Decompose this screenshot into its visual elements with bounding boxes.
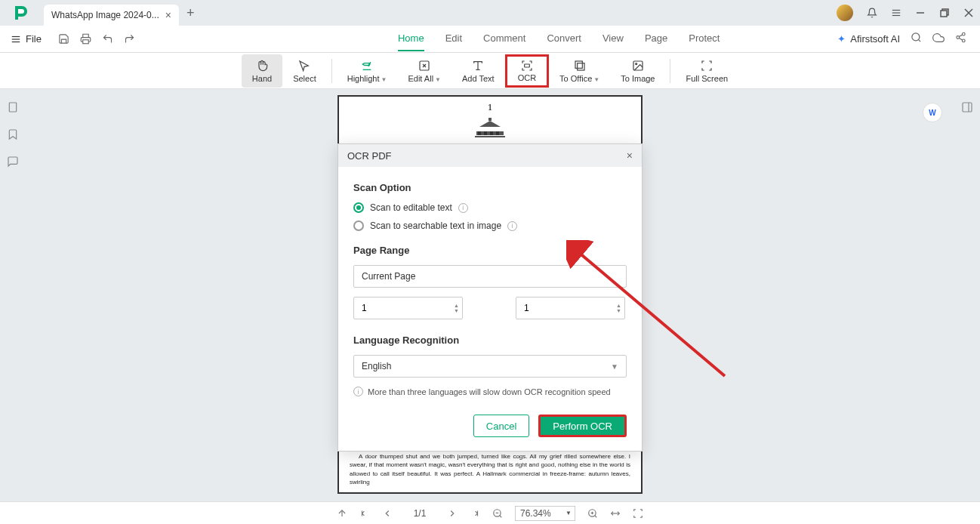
info-icon[interactable]: i xyxy=(458,203,468,213)
first-page-icon[interactable] xyxy=(359,508,370,519)
scan-option-title: Scan Option xyxy=(353,182,627,193)
tab-comment[interactable]: Comment xyxy=(483,26,525,51)
svg-rect-24 xyxy=(577,63,584,69)
search-icon[interactable] xyxy=(911,32,922,46)
zoom-in-icon[interactable] xyxy=(587,508,598,519)
file-label: File xyxy=(26,33,42,45)
page-to-input[interactable]: 1 ▲▼ xyxy=(516,297,625,319)
tab-convert[interactable]: Convert xyxy=(547,26,581,51)
page-range-select[interactable]: Current Page xyxy=(353,265,627,288)
info-icon: i xyxy=(353,387,363,396)
page-indicator: 1/1 xyxy=(405,508,435,519)
radio-icon xyxy=(353,220,364,231)
ocr-icon xyxy=(521,60,533,72)
file-menu[interactable]: File xyxy=(0,33,52,45)
to-office-tool[interactable]: To Office▼ xyxy=(549,54,610,88)
prev-page-icon[interactable] xyxy=(382,508,393,519)
thumbnails-icon[interactable] xyxy=(7,101,19,116)
highlight-label: Highlight▼ xyxy=(347,74,387,83)
svg-point-14 xyxy=(957,36,960,39)
tab-edit[interactable]: Edit xyxy=(445,26,462,51)
page-from-value: 1 xyxy=(362,303,367,313)
left-rail xyxy=(0,89,26,171)
save-icon[interactable] xyxy=(58,33,69,45)
image-icon xyxy=(632,59,644,72)
radio-editable[interactable]: Scan to editable text i xyxy=(353,202,627,213)
sparkle-icon: ✦ xyxy=(837,33,846,45)
chevron-down-icon: ▼ xyxy=(611,362,618,371)
radio-searchable-label: Scan to searchable text in image xyxy=(370,220,501,231)
highlight-tool[interactable]: Highlight▼ xyxy=(337,54,398,88)
edit-all-tool[interactable]: Edit All▼ xyxy=(397,54,451,88)
tab-title: WhatsApp Image 2024-0... xyxy=(51,10,159,20)
text-icon xyxy=(472,59,484,72)
close-tab-icon[interactable]: × xyxy=(165,9,171,21)
maximize-icon[interactable] xyxy=(939,8,950,18)
svg-point-15 xyxy=(962,39,965,42)
zoom-out-icon[interactable] xyxy=(492,508,503,519)
cloud-icon[interactable] xyxy=(932,32,945,47)
fit-page-icon[interactable] xyxy=(633,508,643,519)
bookmark-icon[interactable] xyxy=(7,128,19,143)
chevron-down-icon: ▼ xyxy=(566,510,572,516)
document-tab[interactable]: WhatsApp Image 2024-0... × xyxy=(44,5,179,26)
panel-icon[interactable] xyxy=(961,101,973,116)
redo-icon[interactable] xyxy=(124,33,135,45)
to-image-label: To Image xyxy=(621,74,655,83)
svg-rect-27 xyxy=(9,103,16,112)
svg-point-13 xyxy=(962,32,965,35)
tab-page[interactable]: Page xyxy=(645,26,667,51)
svg-rect-22 xyxy=(525,64,530,67)
svg-line-12 xyxy=(918,39,920,42)
svg-rect-33 xyxy=(496,131,499,135)
cancel-button[interactable]: Cancel xyxy=(473,415,529,437)
scroll-top-icon[interactable] xyxy=(337,508,347,519)
user-avatar[interactable] xyxy=(837,5,853,21)
svg-rect-23 xyxy=(575,61,582,68)
share-icon[interactable] xyxy=(955,32,966,46)
to-image-tool[interactable]: To Image xyxy=(610,54,665,88)
radio-searchable[interactable]: Scan to searchable text in image i xyxy=(353,220,627,231)
edit-icon xyxy=(418,59,430,72)
last-page-icon[interactable] xyxy=(470,508,480,519)
comment-icon[interactable] xyxy=(7,156,19,171)
info-icon[interactable]: i xyxy=(507,221,517,231)
highlight-icon xyxy=(361,59,373,72)
add-text-tool[interactable]: Add Text xyxy=(451,54,505,88)
page-range-value: Current Page xyxy=(362,271,415,282)
hand-tool[interactable]: Hand xyxy=(242,54,282,88)
svg-rect-10 xyxy=(83,40,89,44)
toolbar: Hand Select Highlight▼ Edit All▼ Add Tex… xyxy=(0,53,980,89)
svg-line-44 xyxy=(595,515,597,517)
cursor-icon xyxy=(298,59,310,72)
undo-icon[interactable] xyxy=(102,33,113,45)
ai-button[interactable]: ✦ Afirstsoft AI xyxy=(837,33,900,45)
dialog-close-icon[interactable]: × xyxy=(627,149,633,162)
word-badge[interactable]: W xyxy=(923,103,942,122)
perform-ocr-button[interactable]: Perform OCR xyxy=(538,415,627,437)
notifications-icon[interactable] xyxy=(867,8,877,18)
full-screen-tool[interactable]: Full Screen xyxy=(675,54,738,88)
minimize-icon[interactable] xyxy=(915,8,926,18)
tab-view[interactable]: View xyxy=(602,26,624,51)
svg-rect-32 xyxy=(490,131,493,135)
page-range-title: Page Range xyxy=(353,245,627,256)
print-icon[interactable] xyxy=(80,33,91,45)
dialog-header: OCR PDF × xyxy=(338,144,642,167)
language-select[interactable]: English ▼ xyxy=(353,355,627,378)
page-from-input[interactable]: 1 ▲▼ xyxy=(353,297,463,319)
new-tab-button[interactable]: + xyxy=(186,5,195,21)
spinner-icon[interactable]: ▲▼ xyxy=(454,303,459,313)
close-icon[interactable] xyxy=(963,8,974,18)
tab-home[interactable]: Home xyxy=(398,26,424,51)
fit-width-icon[interactable] xyxy=(610,508,621,519)
select-tool[interactable]: Select xyxy=(282,54,327,88)
next-page-icon[interactable] xyxy=(447,508,458,519)
divider xyxy=(331,59,332,83)
spinner-icon[interactable]: ▲▼ xyxy=(616,303,621,313)
office-icon xyxy=(574,59,586,72)
tab-protect[interactable]: Protect xyxy=(689,26,720,51)
zoom-input[interactable]: 76.34% ▼ xyxy=(515,506,575,521)
ocr-tool[interactable]: OCR xyxy=(505,54,549,88)
menu-icon[interactable] xyxy=(891,8,901,18)
